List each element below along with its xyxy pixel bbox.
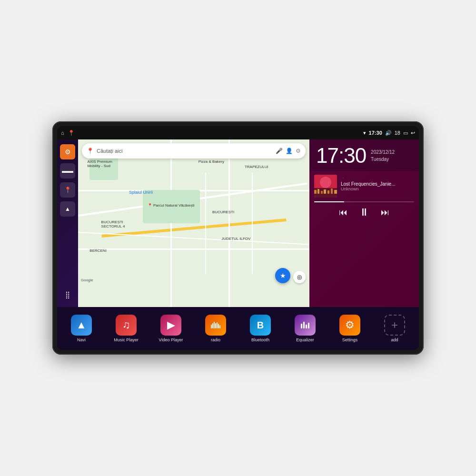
app-music-player[interactable]: ♫ Music Player xyxy=(112,315,140,342)
next-button[interactable]: ⏭ xyxy=(381,208,389,218)
svg-rect-3 xyxy=(314,190,317,194)
add-icon-char: + xyxy=(391,318,398,332)
prev-button[interactable]: ⏮ xyxy=(339,208,347,218)
album-art xyxy=(314,175,337,198)
svg-rect-8 xyxy=(331,188,333,194)
music-info: Lost Frequencies_Janie... Unknown xyxy=(314,175,414,198)
sidebar-files-button[interactable]: ▬▬ xyxy=(60,163,75,178)
equalizer-bars-icon xyxy=(300,320,310,330)
music-progress-fill xyxy=(314,201,344,202)
app-equalizer[interactable]: Equalizer xyxy=(291,315,319,342)
svg-rect-19 xyxy=(306,325,307,328)
svg-rect-15 xyxy=(218,324,219,328)
svg-rect-5 xyxy=(321,191,323,194)
music-player-icon: ♫ xyxy=(116,315,137,336)
sidebar-settings-button[interactable]: ⚙ xyxy=(60,144,75,159)
clock-date: 2023/12/12 xyxy=(371,149,395,156)
music-artist: Unknown xyxy=(341,187,414,191)
radio-wave-icon xyxy=(210,320,221,330)
location-icon: ◎ xyxy=(297,274,302,280)
sidebar-nav-button[interactable]: ▲ xyxy=(60,201,75,217)
settings-icon: ⚙ xyxy=(65,148,71,156)
app-video-player[interactable]: ▶ Video Player xyxy=(157,315,185,342)
add-label: add xyxy=(391,337,398,342)
svg-rect-9 xyxy=(334,190,337,194)
pause-button[interactable]: ⏸ xyxy=(359,206,369,218)
music-controls: ⏮ ⏸ ⏭ xyxy=(314,206,414,218)
bluetooth-label: Bluetooth xyxy=(251,337,269,342)
music-progress-track[interactable] xyxy=(314,201,414,202)
navi-icon: ▲ xyxy=(71,315,92,336)
svg-rect-11 xyxy=(212,323,213,328)
account-icon[interactable]: 👤 xyxy=(286,148,293,154)
equalizer-label: Equalizer xyxy=(296,337,314,342)
svg-rect-16 xyxy=(219,325,220,328)
app-navi[interactable]: ▲ Navi xyxy=(67,315,96,342)
add-icon: + xyxy=(384,315,405,336)
grid-icon: ⣿ xyxy=(65,291,70,298)
map-label-buc: BUCUREȘTI xyxy=(212,210,234,214)
google-watermark: Google xyxy=(81,278,93,282)
bluetooth-icon: B xyxy=(250,315,271,336)
sidebar-apps-button[interactable]: ⣿ xyxy=(60,287,75,302)
clock-date-area: 2023/12/12 Tuesday xyxy=(371,149,395,163)
status-bar: ⌂ 📍 ▾ 17:30 🔊 18 ▭ ↩ xyxy=(57,126,419,139)
app-bluetooth[interactable]: B Bluetooth xyxy=(246,315,275,342)
app-grid: ▲ Navi ♫ Music Player ▶ Video Player xyxy=(57,307,419,350)
map-label-trap: TRAPEZULUI xyxy=(245,165,268,169)
svg-rect-13 xyxy=(215,323,216,328)
google-maps-icon: 📍 xyxy=(87,148,94,154)
radio-icon xyxy=(205,315,226,336)
app-add[interactable]: + add xyxy=(380,315,409,342)
bluetooth-icon-char: B xyxy=(257,320,264,331)
app-radio[interactable]: radio xyxy=(201,315,230,342)
home-icon[interactable]: ⌂ xyxy=(61,130,64,136)
music-widget: Lost Frequencies_Janie... Unknown ⏮ ⏸ ⏭ xyxy=(309,171,419,307)
clock-time: 17:30 xyxy=(316,145,366,166)
music-title: Lost Frequencies_Janie... xyxy=(341,181,414,187)
svg-rect-6 xyxy=(324,189,326,194)
radio-label: radio xyxy=(211,337,220,342)
map-search-bar[interactable]: 📍 Căutați aici 🎤 👤 ⚙ xyxy=(82,143,306,159)
status-bar-right: ▾ 17:30 🔊 18 ▭ ↩ xyxy=(363,130,415,136)
wifi-icon: ▾ xyxy=(363,130,366,136)
settings-label: Settings xyxy=(342,337,358,342)
map-label-jud: JUDEȚUL ILFOV xyxy=(221,237,250,241)
files-icon: ▬▬ xyxy=(62,168,73,174)
main-area: ⚙ ▬▬ 📍 ▲ ⣿ xyxy=(57,139,419,307)
svg-rect-10 xyxy=(211,325,212,328)
sidebar-maps-button[interactable]: 📍 xyxy=(60,182,75,198)
map-area: AXIS PremiumMobility - Sud 📍 Parcul Natu… xyxy=(78,139,309,307)
settings-app-icon: ⚙ xyxy=(339,315,360,336)
map-label-axis: AXIS PremiumMobility - Sud xyxy=(87,159,112,168)
svg-rect-12 xyxy=(214,322,215,328)
battery-level: 18 xyxy=(395,130,400,136)
location-button[interactable]: ◎ xyxy=(293,271,306,283)
back-icon[interactable]: ↩ xyxy=(411,130,415,136)
mic-icon[interactable]: 🎤 xyxy=(276,148,283,154)
svg-rect-20 xyxy=(308,323,309,328)
music-player-label: Music Player xyxy=(114,337,139,342)
map-container[interactable]: AXIS PremiumMobility - Sud 📍 Parcul Natu… xyxy=(78,139,309,307)
settings-icon-char: ⚙ xyxy=(345,319,355,331)
music-icon-char: ♫ xyxy=(122,319,130,331)
svg-rect-14 xyxy=(217,322,218,328)
svg-rect-17 xyxy=(301,324,302,328)
music-details: Lost Frequencies_Janie... Unknown xyxy=(341,181,414,191)
map-label-sect: BUCUREȘTISECTORUL 4 xyxy=(101,220,125,228)
volume-icon: 🔊 xyxy=(385,130,392,136)
navi-label: Navi xyxy=(77,337,86,342)
map-label-berceni: BERCENI xyxy=(89,248,107,253)
battery-icon: ▭ xyxy=(403,130,408,136)
svg-rect-18 xyxy=(303,322,305,328)
video-player-icon: ▶ xyxy=(160,315,181,336)
video-player-label: Video Player xyxy=(159,337,183,342)
clock-day: Tuesday xyxy=(371,156,395,163)
layers-icon[interactable]: ⚙ xyxy=(296,148,301,154)
app-settings[interactable]: ⚙ Settings xyxy=(336,315,364,342)
map-label-pizza: Pizza & Bakery xyxy=(198,159,224,164)
directions-fab[interactable]: ★ xyxy=(275,268,290,283)
search-text: Căutați aici xyxy=(97,148,273,154)
maps-status-icon[interactable]: 📍 xyxy=(68,130,75,136)
equalizer-icon xyxy=(295,315,316,336)
